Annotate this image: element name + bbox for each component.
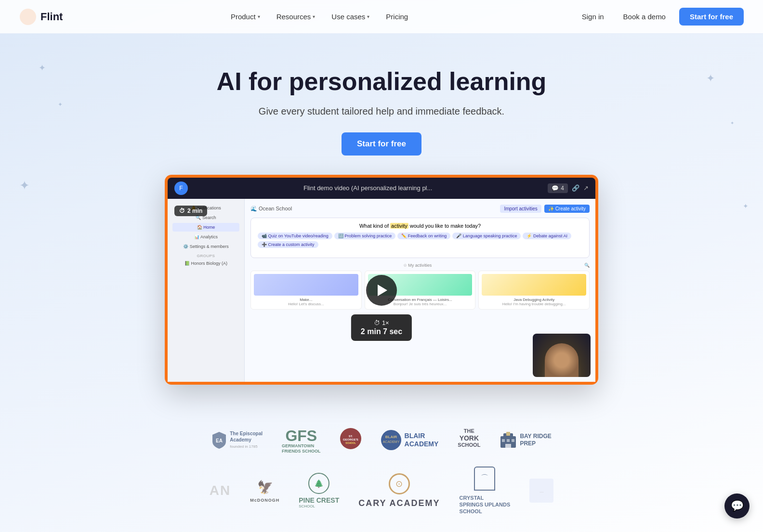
logos-row-2: AN 🦅 McDONOGH 🌲 PINE CREST SCHOOL ⊙ bbox=[112, 467, 651, 515]
usecases-chevron-icon: ▾ bbox=[367, 14, 369, 19]
book-demo-button[interactable]: Book a demo bbox=[618, 9, 671, 25]
speed-indicator: ⏱ 1× bbox=[361, 319, 402, 326]
video-duration: 2 min 7 sec bbox=[361, 327, 402, 336]
stgeorges-circle: ST. GEORGE'S SCHOOL bbox=[340, 428, 361, 449]
cary-circle-icon: ⊙ bbox=[389, 473, 410, 494]
app-header-bar: 🌊 Ocean School Import activities ✨ Creat… bbox=[250, 205, 590, 213]
comment-icon: 💬 bbox=[552, 185, 559, 192]
york-school-label: SCHOOL bbox=[458, 442, 480, 448]
signin-button[interactable]: Sign in bbox=[576, 9, 610, 25]
logo-an: AN bbox=[210, 479, 231, 503]
svg-text:GEORGE'S: GEORGE'S bbox=[343, 438, 358, 441]
pinecrest-circle-icon: 🌲 bbox=[308, 473, 329, 494]
svg-text:SCHOOL: SCHOOL bbox=[345, 441, 355, 444]
highlight-word: activity bbox=[390, 223, 408, 229]
search-activities-icon[interactable]: 🔍 bbox=[584, 263, 590, 268]
logo-text: Flint bbox=[40, 11, 63, 23]
nav-product[interactable]: Product ▾ bbox=[224, 9, 267, 25]
blair-text: BLAIRACADEMY bbox=[405, 432, 439, 448]
bayridge-building-icon bbox=[500, 431, 517, 449]
logos-section: EA The EpiscopalAcademyfounded in 1785 G… bbox=[92, 404, 671, 532]
start-free-nav-button[interactable]: Start for free bbox=[679, 8, 744, 26]
chip-feedback[interactable]: ✏️ Feedback on writing bbox=[397, 233, 450, 239]
chip-quiz[interactable]: 📹 Quiz on YouTube video/reading bbox=[258, 233, 332, 239]
activity-card-image-3 bbox=[482, 274, 586, 296]
logo-pinecrest-school: 🌲 PINE CREST SCHOOL bbox=[299, 473, 339, 508]
play-overlay bbox=[366, 275, 397, 306]
logo-york-school: THE YORK SCHOOL bbox=[458, 428, 480, 452]
activity-card-title-1: Make... bbox=[254, 298, 358, 302]
hero-title: AI for personalized learning bbox=[10, 67, 753, 96]
channel-avatar: F bbox=[174, 182, 188, 195]
activity-card-1: Make... Hello! Let's discuss... bbox=[250, 271, 362, 310]
hero-section: ✦ ✦ ✦ ✦ ✦ ✦ AI for personalized learning… bbox=[0, 34, 763, 404]
episcopal-text: The EpiscopalAcademyfounded in 1785 bbox=[230, 430, 263, 449]
video-container: F Flint demo video (AI personalized lear… bbox=[165, 175, 598, 385]
video-thumbnail[interactable]: 🔔 Notifications 🔍 Search 🏠 Home 📊 Analyt… bbox=[168, 199, 595, 382]
video-wrapper: F Flint demo video (AI personalized lear… bbox=[165, 175, 598, 385]
chip-custom[interactable]: ➕ Create a custom activity bbox=[258, 241, 318, 248]
activity-card-image-1 bbox=[254, 274, 358, 296]
an-text: AN bbox=[210, 483, 231, 498]
activity-card-meta-3: Hello! I'm having trouble debugging... bbox=[482, 302, 586, 306]
speed-badge: ⏱ 1× 2 min 7 sec bbox=[351, 314, 412, 341]
episcopal-shield-icon: EA bbox=[211, 431, 227, 449]
sidebar-home[interactable]: 🏠 Home bbox=[172, 223, 239, 232]
nav-usecases[interactable]: Use cases ▾ bbox=[325, 9, 376, 25]
logo-partial: ... bbox=[529, 479, 553, 503]
nav-actions: Sign in Book a demo Start for free bbox=[576, 8, 744, 26]
logo-icon: 🌰 bbox=[19, 8, 37, 26]
nav-links: Product ▾ Resources ▾ Use cases ▾ Pricin… bbox=[224, 9, 415, 25]
resources-chevron-icon: ▾ bbox=[313, 14, 315, 19]
york-name: YORK bbox=[460, 434, 479, 442]
partial-logo-placeholder: ... bbox=[529, 479, 553, 503]
logo[interactable]: 🌰 Flint bbox=[19, 8, 63, 26]
product-chevron-icon: ▾ bbox=[258, 14, 260, 19]
app-sidebar: 🔔 Notifications 🔍 Search 🏠 Home 📊 Analyt… bbox=[168, 199, 245, 382]
chip-speaking[interactable]: 🎤 Language speaking practice bbox=[452, 233, 521, 239]
clock-icon: ⏱ bbox=[179, 208, 185, 214]
sidebar-analytics[interactable]: 📊 Analytics bbox=[172, 233, 239, 241]
mcdonogh-name: McDONOGH bbox=[250, 498, 279, 503]
chip-problem[interactable]: 🔢 Problem solving practice bbox=[334, 233, 396, 239]
sidebar-settings[interactable]: ⚙️ Settings & members bbox=[172, 242, 239, 251]
play-button[interactable] bbox=[366, 275, 397, 306]
logos-row-1: EA The EpiscopalAcademyfounded in 1785 G… bbox=[112, 428, 651, 452]
hero-cta-button[interactable]: Start for free bbox=[342, 132, 421, 156]
sidebar-group-biology[interactable]: 📗 Honors Biology (A) bbox=[172, 259, 239, 268]
pinecrest-name: PINE CREST bbox=[299, 497, 339, 504]
nav-pricing[interactable]: Pricing bbox=[379, 9, 415, 25]
gfs-fullname: GERMANTOWNFRIENDS SCHOOL bbox=[282, 443, 321, 454]
activity-chips: 📹 Quiz on YouTube video/reading 🔢 Proble… bbox=[258, 233, 582, 248]
video-bar-icons: 💬 4 🔗 ↗ bbox=[548, 183, 589, 193]
chat-icon: 💬 bbox=[731, 500, 744, 512]
logo-mcdonogh: 🦅 McDONOGH bbox=[250, 479, 279, 503]
blair-seal: BLAIR ACADEMY bbox=[381, 429, 402, 451]
nav-resources[interactable]: Resources ▾ bbox=[270, 9, 322, 25]
chip-debate[interactable]: ⚡ Debate against AI bbox=[523, 233, 571, 239]
logo-episcopal-academy: EA The EpiscopalAcademyfounded in 1785 bbox=[211, 428, 263, 452]
star-decoration-6: ✦ bbox=[743, 202, 749, 210]
time-badge: ⏱ 2 min bbox=[174, 206, 207, 216]
activities-grid: Make... Hello! Let's discuss... Conversa… bbox=[250, 271, 590, 310]
logo-stgeorges: ST. GEORGE'S SCHOOL bbox=[340, 428, 361, 452]
svg-rect-13 bbox=[502, 439, 505, 442]
bayridge-text: BAY RIDGEPREP bbox=[520, 433, 551, 447]
my-activities-label: ☆ My activities 🔍 bbox=[250, 263, 590, 268]
york-the: THE bbox=[464, 428, 474, 434]
sidebar-groups-label: Groups bbox=[172, 254, 239, 258]
school-name: 🌊 Ocean School bbox=[250, 206, 292, 212]
presenter-video bbox=[533, 334, 591, 377]
create-activity-button[interactable]: ✨ Create activity bbox=[544, 205, 590, 213]
svg-text:ST.: ST. bbox=[348, 435, 353, 438]
activity-card-3: Java Debugging Activity Hello! I'm havin… bbox=[478, 271, 590, 310]
stgeorges-seal: ST. GEORGE'S SCHOOL bbox=[342, 429, 360, 448]
logo-gfs: GFS GERMANTOWNFRIENDS SCHOOL bbox=[282, 428, 321, 452]
speed-icon: ⏱ bbox=[374, 319, 380, 326]
svg-rect-14 bbox=[507, 439, 510, 442]
link-icon: 🔗 bbox=[572, 184, 579, 192]
import-activities-button[interactable]: Import activities bbox=[500, 205, 541, 213]
chat-button[interactable]: 💬 bbox=[724, 493, 750, 519]
star-decoration-4: ✦ bbox=[730, 120, 734, 126]
star-decoration-5: ✦ bbox=[19, 178, 30, 193]
